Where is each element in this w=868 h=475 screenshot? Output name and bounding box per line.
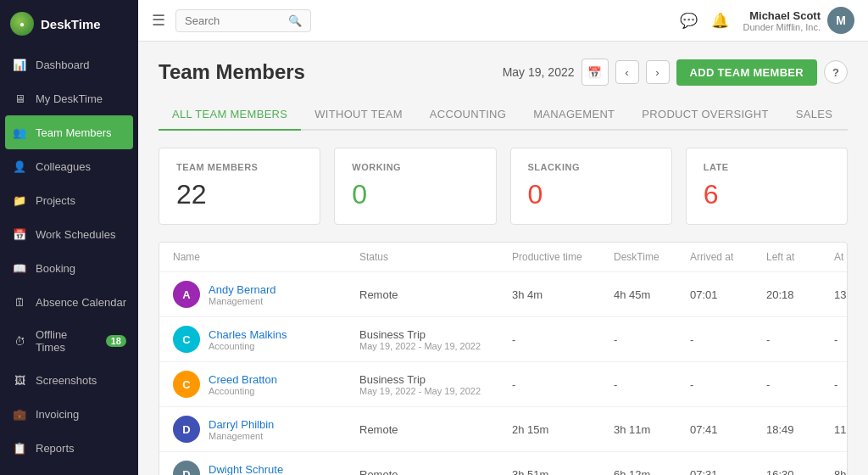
left-at: -	[766, 333, 834, 346]
left-at: 18:49	[766, 423, 834, 436]
member-dept: Accounting	[209, 341, 287, 351]
stat-value-0: 22	[176, 179, 303, 210]
member-dept: Management	[209, 431, 274, 441]
member-avatar: D	[173, 416, 200, 443]
data-table: NameStatusProductive timeDeskTimeArrived…	[159, 242, 848, 475]
table-row: C Creed Bratton Accounting Business Trip…	[159, 362, 847, 407]
status-cell: Remote	[359, 423, 512, 436]
stat-card-0: TEAM MEMBERS 22	[159, 148, 320, 225]
desktime: 6h 12m	[614, 468, 690, 476]
tab-product-oversight[interactable]: PRODUCT OVERSIGHT	[628, 99, 782, 131]
stat-label-3: LATE	[704, 162, 830, 172]
status-cell: Business TripMay 19, 2022 - May 19, 2022	[359, 373, 512, 396]
at-work: -	[834, 378, 848, 391]
tab-without-team[interactable]: WITHOUT TEAM	[301, 99, 416, 131]
search-icon: 🔍	[288, 14, 302, 27]
sidebar-label-team-members: Team Members	[36, 126, 112, 139]
sidebar-label-dashboard: Dashboard	[36, 59, 90, 71]
avatar[interactable]: M	[827, 7, 854, 34]
invoicing-icon: 💼	[12, 406, 27, 422]
col-header-1: Status	[359, 251, 512, 263]
tab-sales[interactable]: SALES	[782, 99, 846, 131]
booking-icon: 📖	[12, 260, 27, 276]
menu-icon[interactable]: ☰	[152, 11, 165, 30]
member-name[interactable]: Dwight Schrute	[209, 463, 283, 476]
sidebar-item-exports[interactable]: 📤 Exports	[0, 465, 138, 475]
productive-time: 3h 51m	[512, 468, 614, 476]
arrived-at: 07:01	[690, 288, 766, 301]
search-input[interactable]	[185, 14, 283, 27]
member-name[interactable]: Creed Bratton	[209, 373, 277, 386]
work-schedules-icon: 📅	[12, 226, 27, 242]
sidebar-item-team-members[interactable]: 👥 Team Members	[5, 115, 133, 149]
sidebar-item-dashboard[interactable]: 📊 Dashboard	[0, 48, 138, 81]
table-row: D Darryl Philbin Management Remote 2h 15…	[159, 407, 847, 452]
sidebar-item-invoicing[interactable]: 💼 Invoicing	[0, 397, 138, 431]
add-team-member-button[interactable]: ADD TEAM MEMBER	[676, 59, 818, 86]
sidebar-label-colleagues: Colleagues	[36, 160, 91, 173]
desktime: -	[614, 378, 690, 391]
stat-card-1: WORKING 0	[334, 148, 496, 225]
arrived-at: -	[690, 333, 766, 346]
sidebar-nav: 📊 Dashboard 🖥 My DeskTime 👥 Team Members…	[0, 48, 138, 475]
sidebar-item-my-desktime[interactable]: 🖥 My DeskTime	[0, 81, 138, 115]
member-name[interactable]: Andy Bernard	[209, 283, 276, 296]
chat-icon[interactable]: 💬	[680, 12, 698, 30]
sidebar-item-absence-calendar[interactable]: 🗓 Absence Calendar	[0, 285, 138, 319]
page-title: Team Members	[159, 60, 305, 84]
member-cell: A Andy Bernard Management	[173, 281, 359, 308]
productive-time: -	[512, 333, 614, 346]
logo-icon: ●	[10, 12, 34, 36]
table-row: C Charles Malkins Accounting Business Tr…	[159, 317, 847, 362]
col-header-2: Productive time	[512, 251, 614, 263]
desktime: 3h 11m	[614, 423, 690, 436]
help-button[interactable]: ?	[824, 60, 848, 84]
sidebar-item-projects[interactable]: 📁 Projects	[0, 183, 138, 217]
desktime: 4h 45m	[614, 288, 690, 301]
stat-value-2: 0	[528, 179, 654, 210]
member-avatar: A	[173, 281, 200, 308]
sidebar: ● DeskTime 📊 Dashboard 🖥 My DeskTime 👥 T…	[0, 0, 138, 475]
stat-card-3: LATE 6	[686, 148, 848, 225]
dashboard-icon: 📊	[12, 57, 27, 72]
sidebar-label-work-schedules: Work Schedules	[36, 228, 115, 241]
col-header-6: At work	[834, 251, 848, 263]
calendar-button[interactable]: 📅	[581, 59, 609, 86]
status-text: Remote	[359, 288, 398, 301]
date-display: May 19, 2022	[503, 65, 575, 79]
at-work: 8h 59m	[834, 468, 848, 476]
page-header: Team Members May 19, 2022 📅 ‹ › ADD TEAM…	[159, 59, 848, 86]
bell-icon[interactable]: 🔔	[711, 12, 729, 30]
productive-time: 2h 15m	[512, 423, 614, 436]
sidebar-item-screenshots[interactable]: 🖼 Screenshots	[0, 363, 138, 397]
search-box: 🔍	[175, 9, 311, 32]
member-cell: D Dwight Schrute Management	[173, 461, 359, 475]
col-header-5: Left at	[766, 251, 834, 263]
status-text: Remote	[359, 423, 398, 436]
tab-all[interactable]: ALL TEAM MEMBERS	[159, 99, 301, 131]
tab-accounting[interactable]: ACCOUNTING	[416, 99, 520, 131]
sidebar-item-offline-times[interactable]: ⏱ Offline Times 18	[0, 319, 138, 363]
next-date-button[interactable]: ›	[646, 60, 670, 84]
member-cell: C Charles Malkins Accounting	[173, 326, 359, 353]
stat-value-1: 0	[352, 179, 478, 210]
member-name[interactable]: Darryl Philbin	[209, 418, 274, 431]
topbar: ☰ 🔍 💬 🔔 Michael Scott Dunder Mifflin, In…	[138, 0, 868, 42]
member-name[interactable]: Charles Malkins	[209, 328, 287, 341]
tab-management[interactable]: MANAGEMENT	[520, 99, 628, 131]
sidebar-item-colleagues[interactable]: 👤 Colleagues	[0, 149, 138, 183]
app-name: DeskTime	[41, 17, 101, 31]
stat-label-1: WORKING	[352, 162, 478, 172]
sidebar-label-my-desktime: My DeskTime	[36, 92, 103, 105]
sidebar-item-work-schedules[interactable]: 📅 Work Schedules	[0, 217, 138, 251]
status-cell: Remote	[359, 468, 512, 476]
sidebar-item-booking[interactable]: 📖 Booking	[0, 251, 138, 285]
table-header: NameStatusProductive timeDeskTimeArrived…	[159, 243, 847, 272]
stat-card-2: SLACKING 0	[510, 148, 672, 225]
prev-date-button[interactable]: ‹	[615, 60, 639, 84]
absence-calendar-icon: 🗓	[12, 294, 27, 310]
user-text: Michael Scott Dunder Mifflin, Inc.	[743, 9, 821, 32]
table-row: D Dwight Schrute Management Remote 3h 51…	[159, 452, 847, 475]
sidebar-item-reports[interactable]: 📋 Reports	[0, 431, 138, 465]
stat-label-2: SLACKING	[528, 162, 654, 172]
